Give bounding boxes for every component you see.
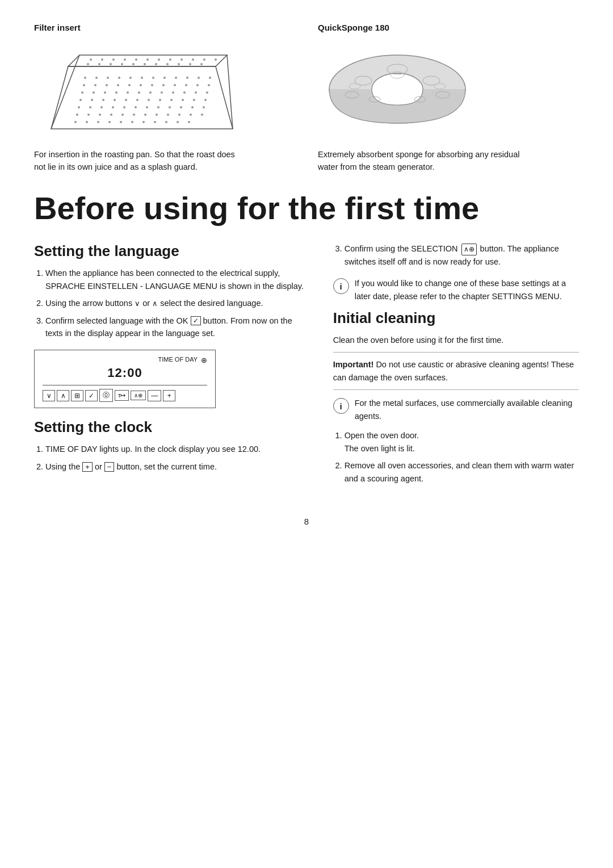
svg-point-108 [177,121,179,123]
info-text-1: If you would like to change one of these… [355,277,579,303]
right-column: Confirm using the SELECTION ∧⊕ button. T… [333,242,579,494]
svg-point-33 [152,77,154,79]
display-time: 12:00 [43,366,207,380]
filter-insert-description: For insertion in the roasting pan. So th… [34,149,238,174]
svg-point-100 [86,121,88,123]
svg-point-105 [142,121,145,123]
important-text: Important! Do not use caustic or abrasiv… [333,358,579,384]
svg-point-37 [198,77,200,79]
svg-point-76 [89,106,91,108]
cleaning-step-1: Open the oven door.The oven light is lit… [345,429,579,455]
language-step-3: Confirm selected language with the OK ✓ … [45,315,305,340]
svg-point-24 [178,63,180,65]
svg-point-22 [155,63,157,65]
svg-point-19 [121,63,123,65]
confirm-step: Confirm using the SELECTION ∧⊕ button. T… [345,242,579,268]
setting-language-steps: When the appliance has been connected to… [34,267,305,339]
filter-insert-image [34,38,295,142]
svg-point-57 [149,91,152,94]
svg-point-17 [98,63,100,65]
svg-point-103 [120,121,122,123]
svg-point-87 [76,114,78,116]
svg-point-48 [185,84,187,86]
svg-point-40 [94,84,96,86]
left-column: Setting the language When the appliance … [34,242,305,494]
quicksponge-svg [318,38,477,140]
svg-point-89 [99,114,101,116]
svg-point-102 [108,121,111,123]
svg-line-2 [51,55,79,129]
svg-point-58 [161,91,163,94]
svg-point-10 [158,58,160,61]
svg-point-45 [151,84,153,86]
display-buttons: ∨ ∧ ⊞ ✓ ⓪ τ↦ ∧⊕ — + [43,385,207,402]
svg-point-104 [131,121,133,123]
svg-point-28 [95,77,98,79]
svg-point-96 [178,114,180,116]
svg-point-83 [169,106,171,108]
language-step-1: When the appliance has been connected to… [45,267,305,292]
svg-point-62 [206,91,208,94]
svg-point-9 [146,58,149,61]
svg-point-107 [165,121,167,123]
svg-point-29 [107,77,109,79]
svg-point-63 [79,99,82,101]
svg-point-30 [118,77,120,79]
quicksponge-section: QuickSponge 180 [318,23,579,174]
quicksponge-description: Extremely absorbent sponge for absorbing… [318,149,522,174]
btn-minus: — [148,390,161,401]
info-text-2: For the metal surfaces, use commercially… [355,397,579,422]
display-top-row: TIME OF DAY ⊕ [43,356,207,364]
svg-point-106 [154,121,156,123]
svg-point-67 [125,99,127,101]
info-icon-1: i [333,278,349,294]
svg-point-27 [84,77,86,79]
svg-point-51 [81,91,83,94]
btn-selection: ∧⊕ [131,391,146,400]
svg-point-70 [159,99,161,101]
svg-point-97 [190,114,192,116]
svg-point-8 [135,58,137,61]
two-col-layout: Setting the language When the appliance … [34,242,579,494]
svg-point-81 [146,106,148,108]
svg-point-84 [180,106,182,108]
display-clock-icon: ⊕ [201,356,207,364]
svg-point-44 [140,84,142,86]
initial-cleaning-heading: Initial cleaning [333,309,579,327]
svg-point-16 [87,63,89,65]
filter-insert-svg [34,38,250,140]
svg-point-46 [162,84,165,86]
svg-point-6 [112,58,115,61]
svg-point-66 [114,99,116,101]
setting-clock-steps: TIME OF DAY lights up. In the clock disp… [34,443,305,473]
svg-point-14 [203,58,205,61]
svg-point-65 [102,99,104,101]
cleaning-step-2: Remove all oven accessories, and clean t… [345,459,579,485]
svg-point-7 [124,58,126,61]
svg-point-85 [191,106,194,108]
right-step-3: Confirm using the SELECTION ∧⊕ button. T… [333,242,579,268]
svg-point-79 [123,106,125,108]
svg-point-74 [204,99,207,101]
svg-point-31 [129,77,132,79]
btn-tau: τ↦ [115,390,129,401]
svg-point-69 [148,99,150,101]
svg-point-101 [97,121,99,123]
svg-point-41 [106,84,108,86]
svg-point-47 [174,84,176,86]
svg-point-52 [93,91,95,94]
setting-language-heading: Setting the language [34,242,305,260]
svg-point-94 [156,114,158,116]
svg-point-88 [87,114,90,116]
quicksponge-image [318,38,579,142]
svg-point-42 [117,84,119,86]
btn-circle-i: ⓪ [99,389,113,402]
display-label: TIME OF DAY [158,356,198,364]
svg-point-39 [83,84,85,86]
svg-marker-0 [51,66,233,129]
initial-cleaning-steps: Open the oven door.The oven light is lit… [333,429,579,485]
svg-point-11 [169,58,171,61]
svg-point-72 [182,99,184,101]
svg-point-54 [115,91,117,94]
btn-down: ∨ [43,390,55,401]
